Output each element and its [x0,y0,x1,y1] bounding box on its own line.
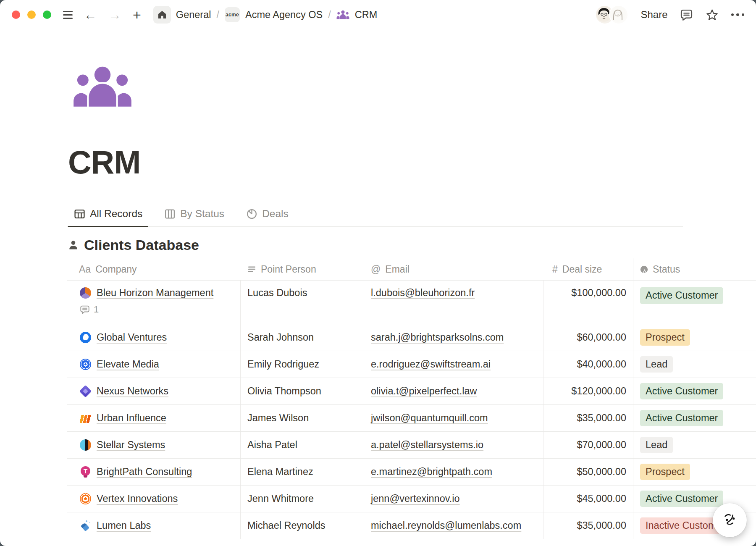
email-cell[interactable]: jwilson@quantumquill.com [364,405,543,431]
deal-size-cell[interactable]: $45,000.00 [543,486,633,512]
point-person-cell[interactable]: Sarah Johnson [241,324,364,351]
company-cell[interactable]: Elevate Media [67,351,241,378]
more-options-icon[interactable] [731,13,745,16]
tab-deals[interactable]: Deals [240,208,294,227]
comments-icon[interactable] [680,8,693,21]
column-header-company[interactable]: Aa Company [67,258,241,280]
zoom-window-button[interactable] [43,10,51,19]
favorite-star-icon[interactable] [705,8,719,22]
column-header-point-person[interactable]: Point Person [241,258,364,280]
breadcrumb-workspace[interactable]: Acme Agency OS [245,9,323,21]
deal-size-cell[interactable]: $70,000.00 [543,432,633,458]
email-cell[interactable]: a.patel@stellarsystems.io [364,432,543,458]
presence-avatars[interactable] [595,5,628,24]
email-cell[interactable]: e.rodriguez@swiftstream.ai [364,351,543,378]
company-name-link[interactable]: Global Ventures [97,332,167,343]
workspace-logo[interactable]: acme [225,7,240,22]
company-name-link[interactable]: Stellar Systems [97,439,165,451]
table-row[interactable]: Nexus Networks Olivia Thompson olivia.t@… [67,378,756,404]
email-link[interactable]: olivia.t@pixelperfect.law [371,386,477,397]
email-link[interactable]: e.martinez@brightpath.com [371,466,492,478]
point-person-cell[interactable]: Elena Martinez [241,459,364,485]
status-cell[interactable]: Lead [633,351,752,378]
tab-all-records[interactable]: All Records [68,208,148,227]
status-badge[interactable]: Active Customer [640,383,723,400]
status-cell[interactable]: Prospect [633,324,752,351]
company-cell[interactable]: Urban Influence [67,405,241,431]
deal-size-cell[interactable]: $50,000.00 [543,459,633,485]
company-name-link[interactable]: Bleu Horizon Management [97,287,213,299]
email-link[interactable]: jenn@vertexinnov.io [371,493,460,504]
table-row[interactable]: Urban Influence James Wilson jwilson@qua… [67,404,756,431]
company-name-link[interactable]: Nexus Networks [97,386,168,397]
status-cell[interactable]: Lead [633,432,752,458]
company-name-link[interactable]: Elevate Media [97,359,159,370]
status-badge[interactable]: Lead [640,437,673,454]
point-person-cell[interactable]: Aisha Patel [241,432,364,458]
email-cell[interactable]: michael.reynolds@lumenlabs.com [364,512,543,539]
deal-size-cell[interactable]: $40,000.00 [543,351,633,378]
deal-size-cell[interactable]: $60,000.00 [543,324,633,351]
home-button[interactable] [153,6,171,24]
table-row[interactable]: Elevate Media Emily Rodriguez e.rodrigue… [67,351,756,378]
table-row[interactable]: Lumen Labs Michael Reynolds michael.reyn… [67,512,756,539]
status-badge[interactable]: Prospect [640,329,690,346]
point-person-cell[interactable]: Lucas Dubois [241,281,364,324]
company-cell[interactable]: Global Ventures [67,324,241,351]
email-cell[interactable]: sarah.j@brightsparksolns.com [364,324,543,351]
company-cell[interactable]: Bleu Horizon Management 1 [67,281,241,324]
status-badge[interactable]: Lead [640,356,673,373]
company-cell[interactable]: Lumen Labs [67,512,241,539]
deal-size-cell[interactable]: $35,000.00 [543,512,633,539]
point-person-cell[interactable]: Emily Rodriguez [241,351,364,378]
back-icon[interactable]: ← [84,8,97,21]
company-cell[interactable]: BrightPath Consulting [67,459,241,485]
table-row[interactable]: Stellar Systems Aisha Patel a.patel@stel… [67,431,756,458]
status-cell[interactable]: Prospect [633,459,752,485]
company-cell[interactable]: Vertex Innovations [67,486,241,512]
avatar[interactable] [609,5,628,24]
email-cell[interactable]: jenn@vertexinnov.io [364,486,543,512]
close-window-button[interactable] [12,10,20,19]
forward-icon[interactable]: → [108,8,121,21]
email-link[interactable]: l.dubois@bleuhorizon.fr [371,287,475,299]
sidebar-menu-icon[interactable] [63,11,73,19]
email-link[interactable]: sarah.j@brightsparksolns.com [371,332,504,343]
company-cell[interactable]: Nexus Networks [67,378,241,404]
email-link[interactable]: a.patel@stellarsystems.io [371,439,483,451]
email-link[interactable]: e.rodriguez@swiftstream.ai [371,359,491,370]
new-page-icon[interactable]: + [133,8,141,22]
point-person-cell[interactable]: Jenn Whitmore [241,486,364,512]
status-badge[interactable]: Prospect [640,464,690,480]
column-header-status[interactable]: Status [633,258,752,280]
status-badge[interactable]: Active Customer [640,410,723,427]
deal-size-cell[interactable]: $120,000.00 [543,378,633,404]
status-badge[interactable]: Active Customer [640,491,723,507]
point-person-cell[interactable]: James Wilson [241,405,364,431]
company-name-link[interactable]: Vertex Innovations [97,493,178,504]
status-badge[interactable]: Active Customer [640,287,723,304]
email-cell[interactable]: l.dubois@bleuhorizon.fr [364,281,543,324]
email-link[interactable]: jwilson@quantumquill.com [371,412,488,424]
breadcrumb-general[interactable]: General [176,9,211,21]
column-header-email[interactable]: @ Email [364,258,543,280]
table-row[interactable]: Global Ventures Sarah Johnson sarah.j@br… [67,324,756,351]
table-row[interactable]: BrightPath Consulting Elena Martinez e.m… [67,458,756,485]
column-header-deal-size[interactable]: # Deal size [543,258,633,280]
tab-by-status[interactable]: By Status [158,208,230,227]
email-cell[interactable]: e.martinez@brightpath.com [364,459,543,485]
table-row[interactable]: Bleu Horizon Management 1 Lucas Dubois l… [67,280,756,324]
deal-size-cell[interactable]: $35,000.00 [543,405,633,431]
minimize-window-button[interactable] [27,10,36,19]
company-name-link[interactable]: Urban Influence [97,412,166,424]
company-name-link[interactable]: Lumen Labs [97,520,151,531]
comment-count[interactable]: 1 [80,304,99,315]
point-person-cell[interactable]: Olivia Thompson [241,378,364,404]
company-cell[interactable]: Stellar Systems [67,432,241,458]
email-link[interactable]: michael.reynolds@lumenlabs.com [371,520,521,531]
share-button[interactable]: Share [640,9,667,21]
table-row[interactable]: Vertex Innovations Jenn Whitmore jenn@ve… [67,485,756,512]
deal-size-cell[interactable]: $100,000.00 [543,281,633,324]
status-cell[interactable]: Active Customer [633,281,752,324]
status-cell[interactable]: Active Customer [633,405,752,431]
